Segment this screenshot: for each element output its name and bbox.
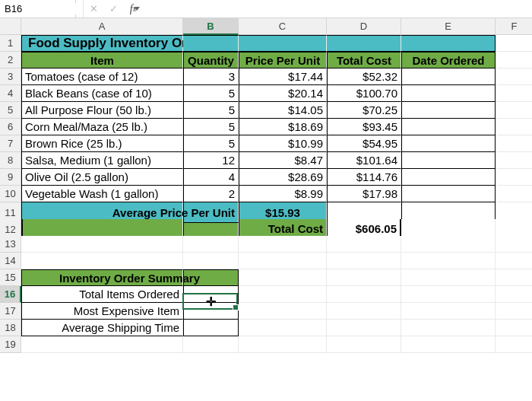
cell-D18[interactable] bbox=[327, 320, 401, 336]
cell-C10[interactable]: $8.99 bbox=[239, 186, 327, 202]
cell-C1[interactable] bbox=[239, 35, 327, 52]
cell-D4[interactable]: $100.70 bbox=[327, 85, 401, 102]
cell-B14[interactable] bbox=[183, 253, 239, 269]
cell-E10[interactable] bbox=[401, 186, 496, 202]
cell-C15[interactable] bbox=[239, 269, 327, 286]
cell-A8[interactable]: Salsa, Medium (1 gallon) bbox=[21, 152, 183, 169]
col-head-F[interactable]: F bbox=[496, 18, 532, 35]
summary-row-2[interactable]: Average Shipping Time bbox=[21, 320, 183, 336]
cell-C7[interactable]: $10.99 bbox=[239, 135, 327, 152]
cell-B8[interactable]: 12 bbox=[183, 152, 239, 169]
cell-F15[interactable] bbox=[496, 269, 532, 286]
cell-B17[interactable] bbox=[183, 303, 239, 320]
row-head-13[interactable]: 13 bbox=[0, 236, 21, 253]
cell-D15[interactable] bbox=[327, 269, 401, 286]
cell-C16[interactable] bbox=[239, 286, 327, 303]
row-head-7[interactable]: 7 bbox=[0, 135, 21, 152]
cell-A14[interactable] bbox=[21, 253, 183, 269]
cell-F3[interactable] bbox=[496, 68, 532, 85]
cell-E18[interactable] bbox=[401, 320, 496, 336]
cell-F8[interactable] bbox=[496, 152, 532, 169]
cell-C3[interactable]: $17.44 bbox=[239, 68, 327, 85]
cell-C18[interactable] bbox=[239, 320, 327, 336]
cell-E4[interactable] bbox=[401, 85, 496, 102]
cell-C2[interactable]: Price Per Unit bbox=[239, 52, 327, 68]
cell-F14[interactable] bbox=[496, 253, 532, 269]
cell-B9[interactable]: 4 bbox=[183, 169, 239, 186]
col-head-E[interactable]: E bbox=[401, 18, 496, 35]
row-head-9[interactable]: 9 bbox=[0, 169, 21, 186]
cell-D10[interactable]: $17.98 bbox=[327, 186, 401, 202]
insert-function-icon[interactable]: fx bbox=[123, 0, 143, 18]
cell-A1[interactable]: Food Supply Inventory Orders (Non-Perish… bbox=[21, 35, 183, 52]
cell-E1[interactable] bbox=[401, 35, 496, 52]
cell-B1[interactable] bbox=[183, 35, 239, 52]
cell-A9[interactable]: Olive Oil (2.5 gallon) bbox=[21, 169, 183, 186]
cell-D7[interactable]: $54.95 bbox=[327, 135, 401, 152]
row-head-14[interactable]: 14 bbox=[0, 253, 21, 269]
cell-F4[interactable] bbox=[496, 85, 532, 102]
cell-E16[interactable] bbox=[401, 286, 496, 303]
cell-C5[interactable]: $14.05 bbox=[239, 102, 327, 119]
row-head-4[interactable]: 4 bbox=[0, 85, 21, 102]
cell-F18[interactable] bbox=[496, 320, 532, 336]
cell-C13[interactable] bbox=[239, 236, 327, 253]
row-head-17[interactable]: 17 bbox=[0, 303, 21, 320]
col-head-B[interactable]: B bbox=[183, 18, 239, 35]
cell-A6[interactable]: Corn Meal/Maza (25 lb.) bbox=[21, 119, 183, 135]
formula-input[interactable] bbox=[143, 0, 532, 18]
cell-A7[interactable]: Brown Rice (25 lb.) bbox=[21, 135, 183, 152]
cell-F5[interactable] bbox=[496, 102, 532, 119]
summary-row-1[interactable]: Most Expensive Item bbox=[21, 303, 183, 320]
cell-F17[interactable] bbox=[496, 303, 532, 320]
cell-F10[interactable] bbox=[496, 186, 532, 202]
row-head-1[interactable]: 1 bbox=[0, 35, 21, 52]
cell-D9[interactable]: $114.76 bbox=[327, 169, 401, 186]
cell-A3[interactable]: Tomatoes (case of 12) bbox=[21, 68, 183, 85]
cell-C4[interactable]: $20.14 bbox=[239, 85, 327, 102]
cell-B6[interactable]: 5 bbox=[183, 119, 239, 135]
cell-B2[interactable]: Quantity bbox=[183, 52, 239, 68]
cell-C6[interactable]: $18.69 bbox=[239, 119, 327, 135]
row-head-18[interactable]: 18 bbox=[0, 320, 21, 336]
cell-E15[interactable] bbox=[401, 269, 496, 286]
row-head-10[interactable]: 10 bbox=[0, 186, 21, 202]
cell-C14[interactable] bbox=[239, 253, 327, 269]
row-head-15[interactable]: 15 bbox=[0, 269, 21, 286]
cell-E2[interactable]: Date Ordered bbox=[401, 52, 496, 68]
cell-E8[interactable] bbox=[401, 152, 496, 169]
row-head-5[interactable]: 5 bbox=[0, 102, 21, 119]
cell-D8[interactable]: $101.64 bbox=[327, 152, 401, 169]
row-head-3[interactable]: 3 bbox=[0, 68, 21, 85]
col-head-A[interactable]: A bbox=[21, 18, 183, 35]
cell-E7[interactable] bbox=[401, 135, 496, 152]
cell-E14[interactable] bbox=[401, 253, 496, 269]
summary-row-0[interactable]: Total Items Ordered bbox=[21, 286, 183, 303]
row-head-2[interactable]: 2 bbox=[0, 52, 21, 68]
cell-A13[interactable] bbox=[21, 236, 183, 253]
cell-F19[interactable] bbox=[496, 336, 532, 353]
cell-D14[interactable] bbox=[327, 253, 401, 269]
cell-D6[interactable]: $93.45 bbox=[327, 119, 401, 135]
cell-A5[interactable]: All Purpose Flour (50 lb.) bbox=[21, 102, 183, 119]
cell-B4[interactable]: 5 bbox=[183, 85, 239, 102]
cell-F1[interactable] bbox=[496, 35, 532, 52]
cell-D3[interactable]: $52.32 bbox=[327, 68, 401, 85]
spreadsheet-grid[interactable]: ABCDEF1Food Supply Inventory Orders (Non… bbox=[0, 18, 532, 353]
cell-F13[interactable] bbox=[496, 236, 532, 253]
cell-D1[interactable] bbox=[327, 35, 401, 52]
row-head-19[interactable]: 19 bbox=[0, 336, 21, 353]
cell-B13[interactable] bbox=[183, 236, 239, 253]
cell-D2[interactable]: Total Cost bbox=[327, 52, 401, 68]
col-head-D[interactable]: D bbox=[327, 18, 401, 35]
cell-D17[interactable] bbox=[327, 303, 401, 320]
cell-C19[interactable] bbox=[239, 336, 327, 353]
cell-B5[interactable]: 5 bbox=[183, 102, 239, 119]
cell-D19[interactable] bbox=[327, 336, 401, 353]
cell-F16[interactable] bbox=[496, 286, 532, 303]
cell-D13[interactable] bbox=[327, 236, 401, 253]
cell-C8[interactable]: $8.47 bbox=[239, 152, 327, 169]
cell-A2[interactable]: Item bbox=[21, 52, 183, 68]
col-head-C[interactable]: C bbox=[239, 18, 327, 35]
cell-E17[interactable] bbox=[401, 303, 496, 320]
